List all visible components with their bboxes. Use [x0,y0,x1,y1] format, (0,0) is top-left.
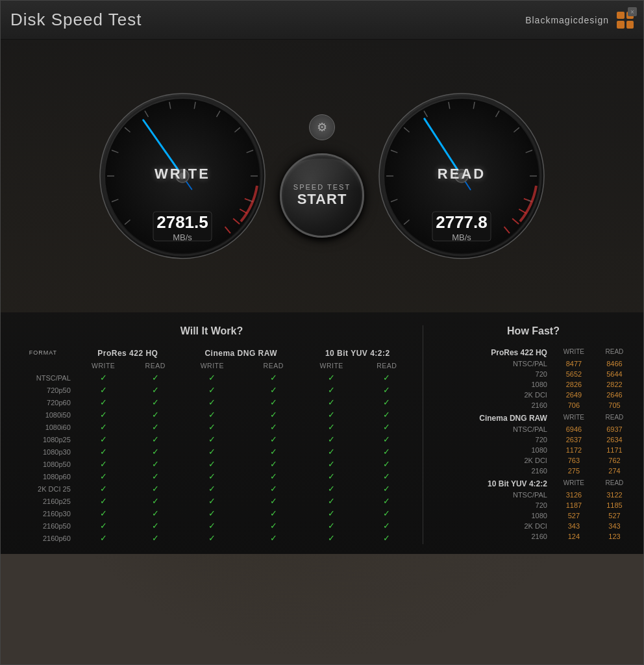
checkmark-icon: ✓ [383,484,390,494]
how-fast-read-value: 6937 [595,424,634,434]
how-fast-row-label: 1080 [433,510,552,521]
checkmark-icon: ✓ [208,496,216,506]
data-section: Will It Work? FORMAT ProRes 422 HQ Cinem… [1,312,643,554]
checkmark-icon: ✓ [383,459,390,469]
how-fast-read-value: 1171 [595,445,634,455]
cinema-read-col: READ [245,360,303,371]
checkmark-cell: ✓ [245,483,303,495]
how-fast-row-label: 720 [433,369,552,379]
checkmark-icon: ✓ [328,484,335,494]
checkmark-icon: ✓ [152,434,159,444]
title-bar-right: Blackmagicdesign [525,12,634,29]
checkmark-cell: ✓ [76,445,131,458]
write-gauge: WRITE 2781.5 MB/s [98,92,267,260]
checkmark-icon: ✓ [100,397,107,407]
how-fast-write-value: 124 [552,531,595,542]
checkmark-cell: ✓ [303,371,361,384]
checkmark-icon: ✓ [100,508,107,518]
checkmark-cell: ✓ [303,495,361,507]
checkmark-icon: ✓ [270,410,277,420]
start-button-ring [280,153,364,238]
checkmark-cell: ✓ [180,371,245,384]
checkmark-icon: ✓ [100,459,107,469]
checkmark-cell: ✓ [361,371,413,384]
checkmark-icon: ✓ [152,459,159,469]
checkmark-icon: ✓ [100,484,107,494]
write-gauge-value: 2781.5 [156,212,208,232]
how-fast-row-label: 2K DCI [433,455,552,466]
brand-logo-cell-4 [626,21,634,29]
read-gauge-label: READ [438,166,486,182]
how-fast-row: 2K DCI26492646 [433,390,634,400]
will-it-work-row: 1080p60✓✓✓✓✓✓ [10,470,413,483]
checkmark-cell: ✓ [76,396,131,408]
how-fast-title: How Fast? [433,325,634,337]
how-fast-read-value: 3122 [595,490,634,500]
how-fast-write-col: WRITE [552,476,595,490]
how-fast-row: 72026372634 [433,434,634,445]
will-it-work-row: 2160p25✓✓✓✓✓✓ [10,495,413,507]
checkmark-cell: ✓ [76,507,131,520]
row-label: 2160p30 [10,507,76,520]
checkmark-cell: ✓ [245,396,303,408]
checkmark-cell: ✓ [180,495,245,507]
checkmark-cell: ✓ [303,507,361,520]
how-fast-read-col: READ [595,345,634,358]
checkmark-icon: ✓ [152,496,159,506]
start-button[interactable]: SPEED TEST START [280,153,364,238]
checkmark-cell: ✓ [361,495,413,507]
checkmark-icon: ✓ [328,496,335,506]
how-fast-row: NTSC/PAL84778466 [433,358,634,369]
checkmark-icon: ✓ [270,385,277,395]
checkmark-cell: ✓ [303,445,361,458]
how-fast-row-label: 1080 [433,445,552,455]
write-gauge-label: WRITE [155,166,210,182]
how-fast-row: 72011871185 [433,500,634,510]
checkmark-icon: ✓ [152,410,159,420]
checkmark-cell: ✓ [245,433,303,445]
checkmark-cell: ✓ [180,433,245,445]
empty-col [10,360,76,371]
checkmark-cell: ✓ [180,520,245,532]
checkmark-icon: ✓ [270,496,277,506]
checkmark-icon: ✓ [328,410,335,420]
how-fast-read-value: 762 [595,455,634,466]
checkmark-cell: ✓ [76,470,131,483]
will-it-work-title: Will It Work? [10,325,413,337]
checkmark-icon: ✓ [383,496,390,506]
will-it-work-row: 1080p25✓✓✓✓✓✓ [10,433,413,445]
settings-button[interactable]: ⚙ [309,114,335,140]
checkmark-icon: ✓ [270,373,277,383]
checkmark-icon: ✓ [208,410,216,420]
how-fast-write-value: 1187 [552,500,595,510]
checkmark-icon: ✓ [100,385,107,395]
checkmark-cell: ✓ [131,371,180,384]
will-it-work-table: FORMAT ProRes 422 HQ Cinema DNG RAW 10 B… [10,345,413,544]
close-button[interactable]: × [628,7,637,16]
prores-header: ProRes 422 HQ [76,345,180,360]
checkmark-cell: ✓ [131,483,180,495]
checkmark-cell: ✓ [303,470,361,483]
how-fast-write-value: 2637 [552,434,595,445]
will-it-work-row: 1080i50✓✓✓✓✓✓ [10,408,413,421]
will-it-work-row: 2160p60✓✓✓✓✓✓ [10,532,413,544]
checkmark-cell: ✓ [180,445,245,458]
checkmark-cell: ✓ [180,532,245,544]
checkmark-cell: ✓ [245,371,303,384]
checkmark-icon: ✓ [328,471,335,481]
checkmark-icon: ✓ [383,533,390,543]
checkmark-icon: ✓ [100,410,107,420]
checkmark-icon: ✓ [208,471,216,481]
how-fast-write-value: 5652 [552,369,595,379]
checkmark-icon: ✓ [208,422,216,432]
row-label: 720p50 [10,384,76,396]
checkmark-icon: ✓ [100,422,107,432]
checkmark-icon: ✓ [152,484,159,494]
brand-logo-cell-1 [617,12,625,19]
how-fast-row: NTSC/PAL31263122 [433,490,634,500]
how-fast-write-value: 763 [552,455,595,466]
checkmark-icon: ✓ [208,397,216,407]
how-fast-read-value: 274 [595,466,634,476]
checkmark-icon: ✓ [208,434,216,444]
title-bar-left: Disk Speed Test [10,10,142,30]
